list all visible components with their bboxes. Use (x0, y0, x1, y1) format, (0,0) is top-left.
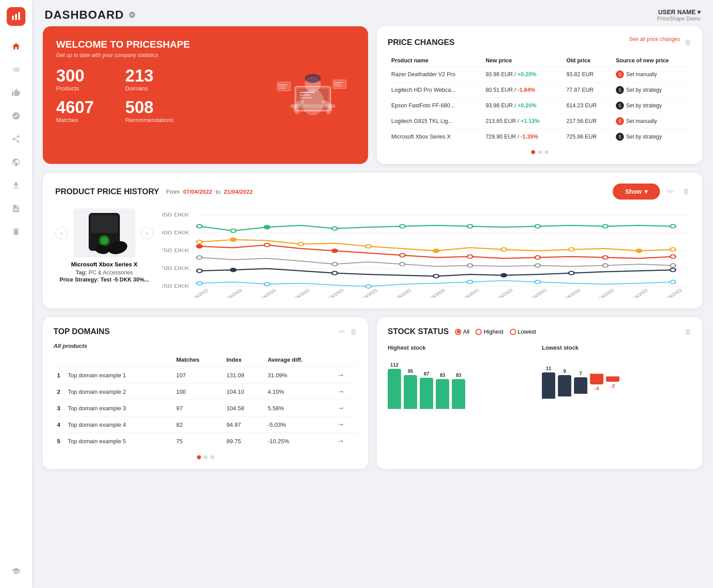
history-delete-icon[interactable]: 🗑 (683, 188, 690, 196)
product-image (73, 208, 135, 257)
domain-arrow-button[interactable]: → (334, 416, 357, 433)
filter-highest[interactable]: Highest (475, 328, 503, 335)
domain-arrow-button[interactable]: → (334, 433, 357, 449)
price-row-name: Logitech HD Pro Webca... (388, 82, 482, 98)
sidebar-item-globe[interactable] (6, 152, 26, 172)
stat-recommendations-number: 508 (125, 99, 181, 116)
svg-text:19/04/2022: 19/04/2022 (592, 288, 615, 298)
svg-text:18/04/2022: 18/04/2022 (558, 288, 582, 298)
see-all-link[interactable]: See all price changes (629, 36, 680, 42)
product-preview: ‹ (55, 208, 153, 298)
product-tag: Tag: PC & Accessories (60, 270, 149, 276)
source-type-icon: S (616, 86, 624, 94)
col-domain-name (64, 353, 172, 367)
svg-point-59 (467, 255, 473, 258)
sidebar-item-profile[interactable] (6, 106, 26, 126)
sidebar-item-reports[interactable] (6, 199, 26, 218)
highest-stock-label: Highest stock (388, 344, 537, 351)
stat-domains-label: Domains (125, 85, 181, 92)
domains-edit-icon[interactable]: ✏ (339, 327, 345, 336)
domains-dot-1[interactable] (197, 455, 201, 459)
user-info: USER NAME ▾ PriceShape Demo (657, 8, 701, 22)
stat-products: 300 Products (56, 67, 112, 92)
next-product-button[interactable]: › (141, 227, 153, 239)
filter-lowest[interactable]: Lowest (510, 328, 536, 335)
to-label: to (216, 188, 221, 195)
sidebar-item-recommendations[interactable] (6, 83, 26, 102)
domain-rank: 2 (53, 384, 64, 400)
source-type-icon: S (616, 117, 624, 125)
from-label: From (166, 188, 180, 195)
domain-name: Top domain example 2 (64, 384, 172, 400)
highest-bar-chart: 112 95 87 83 83 (388, 355, 537, 409)
svg-point-44 (602, 225, 608, 228)
settings-icon[interactable]: ⚙ (128, 10, 136, 20)
domain-arrow-button[interactable]: → (334, 400, 357, 416)
top-domains-card: TOP DOMAINS ✏ 🗑 All products Matches Ind… (43, 317, 368, 469)
price-row-new-price: 93.98 EUR / +0.20% (482, 98, 563, 114)
sidebar-item-home[interactable] (6, 37, 26, 56)
col-avg-diff: Average diff. (264, 353, 334, 367)
price-changes-delete-icon[interactable]: 🗑 (684, 38, 692, 46)
stock-header: STOCK STATUS All Highest Lowest 🗑 (388, 327, 692, 336)
price-row-new-price: 729.90 EUR / -1.35% (482, 129, 563, 145)
domain-table-row: 3 Top domain example 3 97 104.58 5.58% → (53, 400, 357, 416)
price-row-source: S Set by strategy (612, 98, 692, 114)
domain-arrow-button[interactable]: → (334, 367, 357, 384)
domain-arrow-button[interactable]: → (334, 384, 357, 400)
domain-table-row: 4 Top domain example 4 82 94.97 -5.03% → (53, 416, 357, 433)
svg-point-54 (670, 248, 676, 251)
svg-point-63 (197, 256, 202, 259)
stock-delete-icon[interactable]: 🗑 (684, 328, 692, 336)
lowest-bar-item: 9 (558, 368, 571, 396)
show-button[interactable]: Show ▾ (613, 184, 660, 200)
domain-index: 89.75 (223, 433, 264, 449)
bar-fill (590, 374, 603, 384)
svg-text:10/04/2022: 10/04/2022 (288, 288, 311, 298)
sidebar-item-list[interactable] (6, 60, 26, 79)
sidebar-item-learn[interactable] (6, 561, 26, 581)
svg-point-50 (434, 249, 439, 253)
domains-title: TOP DOMAINS (53, 327, 110, 336)
welcome-card: WELCOME TO PRICESHAPE Get up to date wit… (43, 26, 368, 164)
svg-point-77 (197, 282, 202, 285)
svg-point-40 (332, 227, 337, 230)
date-range: From 07/04/2022 to 21/04/2022 (166, 188, 253, 195)
history-edit-icon[interactable]: ✏ (667, 187, 674, 196)
bar-value: -2 (611, 383, 615, 388)
price-row-old-price: 614.23 EUR (563, 98, 612, 114)
bar-value: 11 (546, 366, 551, 371)
bar-fill (404, 375, 417, 409)
col-new-price: New price (482, 55, 563, 67)
filter-all[interactable]: All (455, 328, 469, 335)
welcome-title: WELCOME TO PRICESHAPE (56, 39, 355, 50)
svg-point-52 (569, 248, 574, 251)
price-row-name: Epson FastFoto FF-680... (388, 98, 482, 114)
username[interactable]: USER NAME ▾ (658, 8, 701, 16)
price-row-name: Microsoft Xbox Series X (388, 129, 482, 145)
app-logo[interactable] (7, 7, 25, 26)
domains-dot-3[interactable] (210, 455, 214, 459)
prev-product-button[interactable]: ‹ (55, 227, 68, 239)
sidebar-item-export[interactable] (6, 176, 26, 195)
history-title: PRODUCT PRICE HISTORY (55, 187, 159, 196)
domains-header: TOP DOMAINS ✏ 🗑 (53, 327, 357, 336)
stat-matches-label: Matches (56, 117, 112, 123)
history-body: ‹ (55, 208, 690, 298)
domains-dot-2[interactable] (204, 455, 208, 459)
dot-2[interactable] (538, 150, 542, 154)
svg-rect-15 (334, 86, 342, 86)
product-nav: ‹ (55, 208, 153, 257)
sidebar-item-share[interactable] (6, 129, 26, 149)
sidebar-item-trash[interactable] (6, 222, 26, 241)
svg-point-69 (670, 264, 676, 267)
domains-delete-icon[interactable]: 🗑 (350, 328, 357, 336)
dot-1[interactable] (531, 150, 535, 154)
content-area: WELCOME TO PRICESHAPE Get up to date wit… (32, 26, 713, 480)
svg-point-65 (400, 262, 405, 266)
svg-rect-0 (12, 16, 14, 20)
bar-fill (436, 379, 449, 409)
svg-rect-14 (334, 84, 340, 85)
stock-status-card: STOCK STATUS All Highest Lowest 🗑 (377, 317, 702, 469)
dot-3[interactable] (545, 150, 549, 154)
